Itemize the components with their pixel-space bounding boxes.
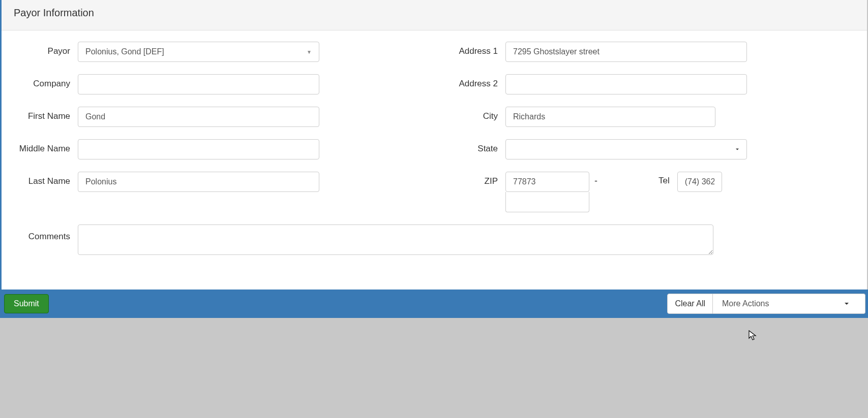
chevron-down-icon [844, 301, 850, 307]
middle-name-input[interactable] [78, 139, 319, 159]
comments-textarea[interactable] [78, 224, 713, 255]
comments-label: Comments [12, 224, 78, 242]
payor-info-panel: Payor Information Payor Polonius, Gond [… [0, 0, 868, 290]
panel-header: Payor Information [2, 0, 867, 30]
more-actions-label: More Actions [722, 299, 769, 308]
company-input[interactable] [78, 74, 319, 94]
state-row: State [439, 139, 857, 159]
state-label: State [439, 139, 505, 155]
address2-label: Address 2 [439, 74, 505, 90]
address2-input[interactable] [505, 74, 747, 94]
city-row: City [439, 107, 857, 127]
zip-row: ZIP - Tel [439, 172, 857, 212]
panel-title: Payor Information [14, 7, 857, 19]
last-name-row: Last Name [12, 172, 429, 192]
last-name-label: Last Name [12, 172, 78, 187]
company-row: Company [12, 74, 429, 94]
state-select[interactable] [505, 139, 747, 159]
submit-button[interactable]: Submit [4, 294, 49, 313]
zip-dash: - [589, 172, 603, 190]
payor-label: Payor [12, 42, 78, 57]
payor-row: Payor Polonius, Gond [DEF] ▼ [12, 42, 429, 62]
payor-select-value: Polonius, Gond [DEF] [85, 47, 164, 56]
company-label: Company [12, 74, 78, 90]
address2-row: Address 2 [439, 74, 857, 94]
middle-name-label: Middle Name [12, 139, 78, 155]
right-column: Address 1 Address 2 City State ZIP [434, 42, 862, 224]
middle-name-row: Middle Name [12, 139, 429, 159]
panel-body: Payor Polonius, Gond [DEF] ▼ Company Fir… [2, 30, 867, 280]
tel-input[interactable] [677, 172, 722, 192]
footer-right: Clear All More Actions More ActionsTrans… [667, 294, 865, 314]
left-column: Payor Polonius, Gond [DEF] ▼ Company Fir… [7, 42, 434, 224]
first-name-row: First Name [12, 107, 429, 127]
footer-bar: Submit Clear All More Actions More Actio… [0, 290, 868, 318]
tel-label: Tel [659, 172, 677, 186]
city-label: City [439, 107, 505, 122]
address1-label: Address 1 [439, 42, 505, 57]
address1-row: Address 1 [439, 42, 857, 62]
more-actions-select[interactable]: More Actions [713, 294, 865, 314]
first-name-label: First Name [12, 107, 78, 122]
more-actions-wrapper: More Actions More ActionsTransferRefund … [713, 294, 865, 314]
city-input[interactable] [505, 107, 715, 127]
zip-input[interactable] [505, 172, 589, 192]
last-name-input[interactable] [78, 172, 319, 192]
payor-select[interactable]: Polonius, Gond [DEF] ▼ [78, 42, 319, 62]
address1-input[interactable] [505, 42, 747, 62]
first-name-input[interactable] [78, 107, 319, 127]
zip-label: ZIP [439, 172, 505, 187]
caret-down-icon: ▼ [307, 49, 312, 55]
comments-row: Comments [7, 224, 862, 255]
clear-all-button[interactable]: Clear All [667, 294, 713, 314]
zip-ext-input[interactable] [505, 192, 589, 212]
